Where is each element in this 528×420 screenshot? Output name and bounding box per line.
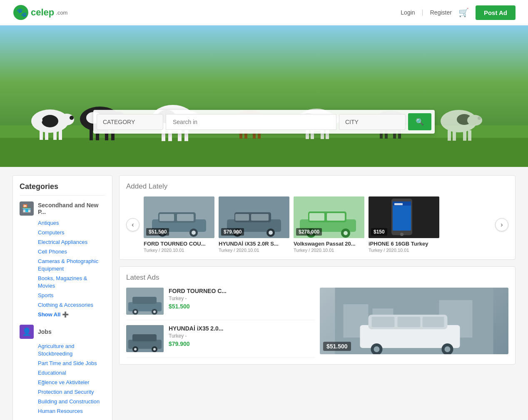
svg-rect-88 [393,201,411,231]
svg-point-5 [42,115,58,127]
cart-icon[interactable]: 🛒 [458,7,469,17]
search-bar: CATEGORY Vehicles Real Estate Electronic… [93,110,435,134]
carousel-item-title-3: Volkswagen Passat 20... [294,241,364,247]
category-books[interactable]: Books, Magazines & Movies [38,275,87,289]
svg-point-98 [153,311,156,313]
category-building[interactable]: Building and Construction [38,398,100,405]
latest-ads-title: Latest Ads [126,273,508,282]
logo-icon: 🐾 [12,4,29,21]
added-lately-section: Added Lately ‹ [119,175,516,260]
main-content: Categories 🏪 Secondhand and New P... Ant… [0,167,528,420]
jobs-main-link[interactable]: Jobs [38,328,52,335]
svg-point-115 [445,346,451,352]
svg-rect-6 [40,129,43,140]
svg-point-65 [192,231,196,235]
svg-rect-76 [251,214,269,221]
category-cell-phones[interactable]: Cell Phones [38,249,67,255]
category-protection[interactable]: Protection and Security [38,389,94,395]
svg-rect-75 [235,214,249,221]
latest-ads-right[interactable]: $51.500 [320,288,508,358]
carousel-container: ‹ [126,196,508,253]
svg-point-12 [32,117,42,124]
latest-ad-title-2: HYUNDAİ iX35 2.0... [169,325,235,332]
category-human-resources[interactable]: Human Resources [38,408,83,414]
latest-ad-car-svg-2 [126,325,164,352]
svg-rect-3 [0,138,528,167]
svg-rect-54 [453,130,456,141]
svg-rect-117 [398,317,421,327]
svg-point-74 [269,231,273,235]
price-badge-3: $278.000 [296,228,322,236]
svg-rect-67 [177,214,194,221]
carousel-item[interactable]: $51.500 FORD TOURNEO COU... Turkey / 202… [144,196,214,253]
latest-ad-title-1: FORD TOURNEO C... [169,288,235,294]
carousel-next-button[interactable]: › [495,218,508,231]
svg-rect-116 [372,317,395,327]
latest-ad-price-1: $51.500 [169,303,315,310]
category-eglence[interactable]: Eğlence ve Aktiviteler [38,379,90,385]
carousel-item-meta-1: Turkey / 2020.10.01 [144,248,214,253]
latest-ad-location-1: Turkey - [169,296,315,301]
header: 🐾 celep.com Login | Register 🛒 Post Ad [0,0,528,25]
post-ad-button[interactable]: Post Ad [476,5,516,20]
secondhand-main-link[interactable]: Secondhand and New P... [38,202,105,215]
login-link[interactable]: Login [401,9,415,16]
register-link[interactable]: Register [430,9,452,16]
category-computers[interactable]: Computers [38,229,65,236]
carousel-item-meta-3: Turkey / 2020.10.01 [294,248,364,253]
carousel-item[interactable]: $79.900 HYUNDAİ iX35 2.0R S... Turkey / … [219,196,289,253]
list-item: Agriculture and Stockbreeding [38,342,105,357]
carousel-item-meta-4: Turkey / 2020.10.01 [369,248,439,253]
carousel-item-title-1: FORD TOURNEO COU... [144,241,214,247]
list-item: Eğlence ve Aktiviteler [38,378,105,386]
carousel-prev-button[interactable]: ‹ [126,218,139,231]
logo-suffix: .com [56,10,67,16]
latest-ad-item[interactable]: FORD TOURNEO C... Turkey - $51.500 [126,288,315,320]
latest-ads-section: Latest Ads [119,266,516,365]
category-educational[interactable]: Educational [38,370,66,376]
category-agriculture[interactable]: Agriculture and Stockbreeding [38,343,74,357]
carousel-item[interactable]: $278.000 Volkswagen Passat 20... Turkey … [294,196,364,253]
list-item: Books, Magazines & Movies [38,274,105,289]
list-item: Building and Construction [38,398,105,405]
category-antiques[interactable]: Antiques [38,220,59,226]
category-header-secondhand: 🏪 Secondhand and New P... [20,201,105,216]
category-header-jobs: 👤 Jobs [20,325,105,339]
hero-background: CATEGORY Vehicles Real Estate Electronic… [0,25,528,167]
category-clothing[interactable]: Clothing & Accessories [38,302,93,308]
category-sports[interactable]: Sports [38,292,54,298]
show-all-link-secondhand[interactable]: Show All ➕ [38,311,69,318]
search-input[interactable] [166,114,336,130]
svg-rect-90 [394,203,403,205]
logo[interactable]: 🐾 celep.com [12,4,67,21]
svg-point-57 [467,115,482,126]
categories-title: Categories [20,182,105,196]
jobs-icon: 👤 [20,325,34,339]
category-part-time[interactable]: Part Time and Side Jobs [38,360,97,366]
svg-rect-7 [45,129,48,140]
large-ad-price: $51.500 [323,342,351,351]
carousel-item[interactable]: $150 iPHONE 6 16GB Turkey Turkey / 2020.… [369,196,439,253]
price-badge-1: $51.500 [146,228,169,236]
svg-rect-66 [159,214,174,221]
latest-ad-item[interactable]: HYUNDAİ iX35 2.0... Turkey - $79.900 [126,325,315,358]
list-item: Electrical Appliances [38,238,105,246]
category-electrical[interactable]: Electrical Appliances [38,239,87,245]
city-select[interactable]: CITY Istanbul Ankara Izmir Bursa Antalya [339,114,406,130]
latest-ads-left: FORD TOURNEO C... Turkey - $51.500 [126,288,315,358]
hero-banner: CATEGORY Vehicles Real Estate Electronic… [0,25,528,167]
svg-point-91 [400,233,403,236]
added-lately-title: Added Lately [126,182,508,191]
svg-rect-9 [59,129,62,140]
carousel-item-image-3: $278.000 [294,196,364,238]
search-button[interactable]: 🔍 [408,113,431,130]
large-ad-thumb: $51.500 [320,288,508,354]
right-content: Added Lately ‹ [119,175,516,420]
price-badge-4: $150 [371,228,387,236]
latest-ad-thumb-1 [126,288,164,315]
category-cameras[interactable]: Cameras & Photographic Equipment [38,258,98,272]
svg-rect-94 [132,297,157,304]
category-select[interactable]: CATEGORY Vehicles Real Estate Electronic… [97,114,163,130]
carousel-item-title-4: iPHONE 6 16GB Turkey [369,241,439,247]
carousel-item-meta-2: Turkey / 2020.10.01 [219,248,289,253]
